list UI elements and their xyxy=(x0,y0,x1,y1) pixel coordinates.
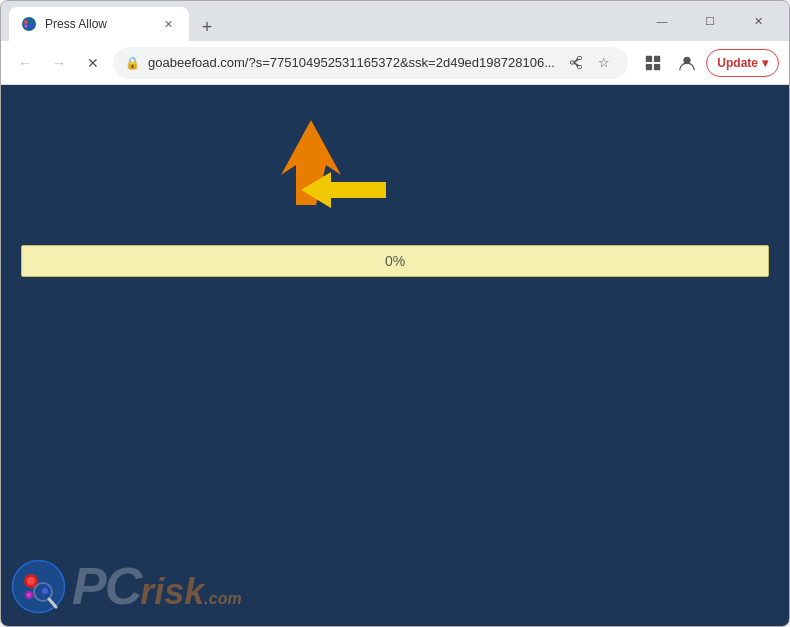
svg-point-1 xyxy=(24,20,28,24)
tab-area: Press Allow ✕ + xyxy=(9,1,627,41)
svg-marker-16 xyxy=(301,172,386,208)
close-button[interactable]: ✕ xyxy=(735,5,781,37)
progress-label: 0% xyxy=(385,253,405,269)
address-actions: ☆ xyxy=(564,51,616,75)
lock-icon: 🔒 xyxy=(125,56,140,70)
forward-button[interactable]: → xyxy=(45,49,73,77)
bookmark-icon[interactable]: ☆ xyxy=(592,51,616,75)
svg-rect-10 xyxy=(654,55,660,61)
risk-text: risk xyxy=(140,571,204,613)
update-button[interactable]: Update ▾ xyxy=(706,49,779,77)
svg-rect-12 xyxy=(654,63,660,69)
browser-content: 0% PC risk .com xyxy=(1,85,789,626)
pcrisk-text-group: PC risk .com xyxy=(72,556,242,616)
progress-container: 0% xyxy=(21,245,769,277)
maximize-button[interactable]: ☐ xyxy=(687,5,733,37)
tab-favicon xyxy=(21,16,37,32)
svg-point-3 xyxy=(25,25,28,28)
pcrisk-icon xyxy=(11,559,66,614)
title-bar: Press Allow ✕ + — ☐ ✕ xyxy=(1,1,789,41)
minimize-button[interactable]: — xyxy=(639,5,685,37)
extension-button[interactable] xyxy=(638,48,668,78)
window-controls: — ☐ ✕ xyxy=(639,5,781,37)
chrome-window: Press Allow ✕ + — ☐ ✕ ← → ✕ 🔒 goabeefoad… xyxy=(0,0,790,627)
yellow-arrow xyxy=(301,170,386,214)
svg-rect-11 xyxy=(646,63,652,69)
svg-rect-9 xyxy=(646,55,652,61)
toolbar-icons: Update ▾ xyxy=(638,48,779,78)
reload-button[interactable]: ✕ xyxy=(79,49,107,77)
back-button[interactable]: ← xyxy=(11,49,39,77)
svg-point-2 xyxy=(29,24,33,28)
svg-rect-5 xyxy=(577,66,581,69)
progress-bar: 0% xyxy=(21,245,769,277)
active-tab[interactable]: Press Allow ✕ xyxy=(9,7,189,41)
pc-text: PC xyxy=(72,556,140,616)
profile-button[interactable] xyxy=(672,48,702,78)
share-icon[interactable] xyxy=(564,51,588,75)
svg-rect-4 xyxy=(577,57,581,60)
tab-title: Press Allow xyxy=(45,17,151,31)
tab-close-button[interactable]: ✕ xyxy=(159,15,177,33)
address-bar[interactable]: 🔒 goabeefoad.com/?s=775104952531165372&s… xyxy=(113,47,628,79)
svg-point-19 xyxy=(27,577,35,585)
new-tab-button[interactable]: + xyxy=(193,13,221,41)
nav-bar: ← → ✕ 🔒 goabeefoad.com/?s=77510495253116… xyxy=(1,41,789,85)
svg-point-17 xyxy=(13,560,65,612)
update-label: Update xyxy=(717,56,758,70)
svg-point-0 xyxy=(22,17,36,31)
url-text: goabeefoad.com/?s=775104952531165372&ssk… xyxy=(148,55,556,70)
pcrisk-logo: PC risk .com xyxy=(11,556,242,616)
svg-point-21 xyxy=(42,588,48,594)
update-chevron-icon: ▾ xyxy=(762,56,768,70)
dot-com-text: .com xyxy=(204,590,241,608)
svg-point-23 xyxy=(27,593,31,597)
